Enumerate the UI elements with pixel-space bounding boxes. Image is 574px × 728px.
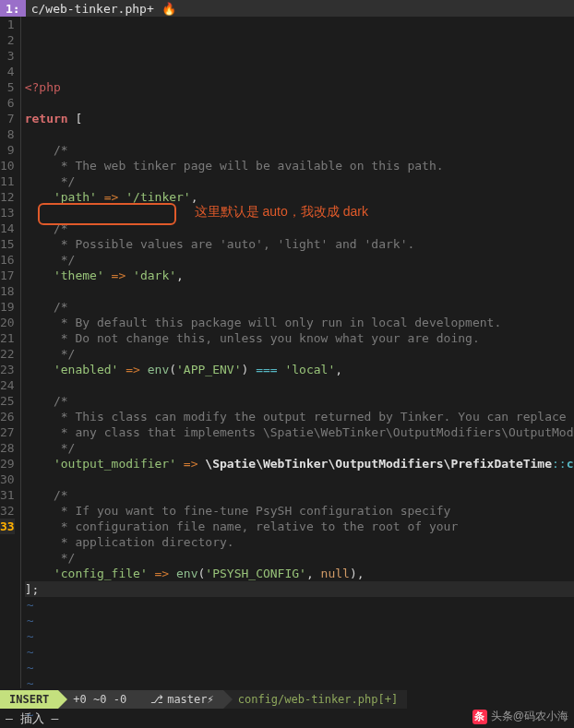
code-line[interactable]: * The web tinker page will be available …	[25, 158, 574, 173]
code-line[interactable]: * Do not change this, unless you know wh…	[25, 330, 574, 346]
line-number-gutter: 1234567891011121314151617181920212223242…	[0, 17, 21, 688]
line-number: 26	[0, 409, 15, 424]
tab-filename[interactable]: c/web-tinker.php+	[26, 1, 160, 17]
line-number: 31	[0, 487, 15, 503]
code-line[interactable]	[25, 126, 574, 142]
code-line[interactable]: * any class that implements \Spatie\WebT…	[25, 424, 574, 440]
code-line[interactable]: return [	[25, 111, 574, 126]
status-git-branch: ⎇ master⚡	[136, 690, 223, 709]
line-number: 5	[0, 79, 15, 95]
watermark-suffix: @码农小海	[513, 709, 568, 724]
line-number: 24	[0, 377, 15, 393]
watermark-logo-icon: 条	[472, 710, 487, 724]
code-line[interactable]: 'output_modifier' => \Spatie\WebTinker\O…	[25, 456, 574, 471]
line-number: 16	[0, 252, 15, 268]
editor-area[interactable]: 1234567891011121314151617181920212223242…	[0, 17, 574, 688]
tab-bar: 1: c/web-tinker.php+ 🔥	[0, 0, 574, 17]
code-line[interactable]: * If you want to fine-tune PsySH configu…	[25, 503, 574, 519]
code-line[interactable]: */	[25, 550, 574, 566]
line-number: 22	[0, 346, 15, 362]
line-number: 17	[0, 268, 15, 283]
code-line[interactable]: * configuration file name, relative to t…	[25, 519, 574, 534]
status-mode: INSERT	[0, 690, 58, 709]
line-number: 19	[0, 299, 15, 315]
flame-icon: 🔥	[160, 1, 176, 17]
line-number: 12	[0, 189, 15, 205]
line-number: 21	[0, 330, 15, 346]
code-line[interactable]	[25, 283, 574, 299]
branch-name: master⚡	[167, 692, 214, 708]
line-number: 29	[0, 456, 15, 471]
line-number: 1	[0, 17, 15, 32]
empty-tilde-line: ~	[25, 613, 574, 628]
code-line[interactable]: /*	[25, 299, 574, 315]
annotation-text: 这里默认是 auto，我改成 dark	[195, 204, 368, 220]
code-content[interactable]: 这里默认是 auto，我改成 dark <?phpreturn [ /* * T…	[21, 17, 574, 688]
code-line[interactable]: 'enabled' => env('APP_ENV') === 'local',	[25, 362, 574, 377]
code-line[interactable]: <?php	[25, 79, 574, 95]
branch-icon: ⎇	[150, 692, 163, 708]
line-number: 6	[0, 95, 15, 111]
line-number: 3	[0, 48, 15, 64]
line-number: 11	[0, 173, 15, 189]
line-number: 20	[0, 315, 15, 330]
code-line[interactable]: /*	[25, 487, 574, 503]
status-file-path: config/web-tinker.php[+]	[223, 690, 407, 709]
line-number: 9	[0, 142, 15, 158]
line-number: 23	[0, 362, 15, 377]
watermark-prefix: 头条	[491, 709, 513, 724]
code-line[interactable]: 'theme' => 'dark',	[25, 268, 574, 283]
code-line[interactable]	[25, 95, 574, 111]
line-number: 32	[0, 503, 15, 519]
line-number: 14	[0, 221, 15, 236]
code-line[interactable]: /*	[25, 393, 574, 409]
code-line[interactable]: * By default this package will only run …	[25, 315, 574, 330]
line-number: 4	[0, 64, 15, 79]
line-number: 2	[0, 32, 15, 48]
empty-tilde-line: ~	[25, 628, 574, 644]
code-line[interactable]	[25, 377, 574, 393]
line-number: 33	[0, 519, 15, 534]
line-number: 18	[0, 283, 15, 299]
code-line[interactable]: */	[25, 252, 574, 268]
line-number: 10	[0, 158, 15, 173]
watermark: 条 头条 @码农小海	[472, 709, 568, 724]
line-number: 7	[0, 111, 15, 126]
code-line[interactable]: 'path' => '/tinker',	[25, 189, 574, 205]
code-line[interactable]: ];	[25, 581, 574, 597]
line-number: 15	[0, 236, 15, 252]
code-line[interactable]: */	[25, 440, 574, 456]
line-number: 27	[0, 424, 15, 440]
code-line[interactable]: * application directory.	[25, 534, 574, 550]
line-number: 13	[0, 205, 15, 221]
code-line[interactable]: */	[25, 173, 574, 189]
empty-tilde-line: ~	[25, 660, 574, 675]
empty-tilde-line: ~	[25, 675, 574, 691]
code-line[interactable]: * Possible values are 'auto', 'light' an…	[25, 236, 574, 252]
code-line[interactable]: 'config_file' => env('PSYSH_CONFIG', nul…	[25, 566, 574, 581]
line-number: 8	[0, 126, 15, 142]
code-line[interactable]: /*	[25, 142, 574, 158]
code-line[interactable]: /*	[25, 221, 574, 236]
code-line[interactable]: * This class can modify the output retur…	[25, 409, 574, 424]
empty-tilde-line: ~	[25, 597, 574, 613]
tab-index[interactable]: 1:	[0, 0, 26, 17]
line-number: 30	[0, 471, 15, 487]
code-line[interactable]: */	[25, 346, 574, 362]
line-number: 25	[0, 393, 15, 409]
code-line[interactable]	[25, 471, 574, 487]
empty-tilde-line: ~	[25, 644, 574, 660]
line-number: 28	[0, 440, 15, 456]
status-git-diff: +0 ~0 -0	[58, 690, 136, 709]
